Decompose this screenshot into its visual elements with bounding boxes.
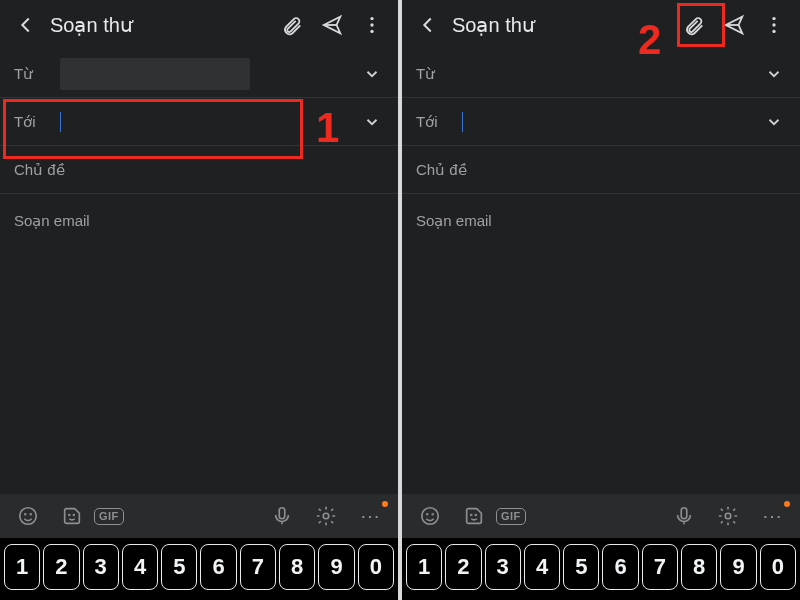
to-expand-icon[interactable] — [360, 110, 384, 134]
key-0[interactable]: 0 — [760, 544, 796, 590]
compose-title: Soạn thư — [46, 13, 272, 37]
key-2[interactable]: 2 — [445, 544, 481, 590]
svg-point-0 — [370, 17, 373, 20]
from-value — [60, 58, 360, 90]
from-expand-icon[interactable] — [762, 62, 786, 86]
svg-point-5 — [30, 514, 31, 515]
keyboard-number-row: 1 2 3 4 5 6 7 8 9 0 — [0, 538, 398, 600]
key-5[interactable]: 5 — [563, 544, 599, 590]
key-8[interactable]: 8 — [279, 544, 315, 590]
from-label: Từ — [14, 65, 60, 83]
key-3[interactable]: 3 — [485, 544, 521, 590]
svg-point-1 — [370, 23, 373, 26]
tutorial-image: Soạn thư Từ Tới Chủ — [0, 0, 800, 600]
emoji-icon[interactable] — [408, 498, 452, 534]
key-2[interactable]: 2 — [43, 544, 79, 590]
svg-point-10 — [772, 17, 775, 20]
key-8[interactable]: 8 — [681, 544, 717, 590]
to-row[interactable]: Tới — [0, 98, 398, 146]
to-expand-icon[interactable] — [762, 110, 786, 134]
keyboard-suggestion-bar: GIF ⋯ — [402, 494, 800, 538]
keyboard-more-icon[interactable]: ⋯ — [750, 498, 794, 534]
svg-point-16 — [471, 515, 472, 516]
notification-dot — [382, 501, 388, 507]
mic-icon[interactable] — [260, 498, 304, 534]
keyboard-more-icon[interactable]: ⋯ — [348, 498, 392, 534]
key-4[interactable]: 4 — [122, 544, 158, 590]
mic-icon[interactable] — [662, 498, 706, 534]
to-label: Tới — [416, 113, 462, 131]
back-icon[interactable] — [6, 5, 46, 45]
svg-point-14 — [427, 514, 428, 515]
text-caret — [462, 112, 463, 132]
body-input[interactable]: Soạn email — [402, 194, 800, 434]
key-4[interactable]: 4 — [524, 544, 560, 590]
from-redacted-chip — [60, 58, 250, 90]
overflow-menu-icon[interactable] — [754, 5, 794, 45]
text-caret — [60, 112, 61, 132]
keyboard-settings-icon[interactable] — [304, 498, 348, 534]
key-7[interactable]: 7 — [642, 544, 678, 590]
key-1[interactable]: 1 — [406, 544, 442, 590]
keyboard-number-row: 1 2 3 4 5 6 7 8 9 0 — [402, 538, 800, 600]
key-6[interactable]: 6 — [602, 544, 638, 590]
compose-topbar: Soạn thư — [402, 0, 800, 50]
gif-icon[interactable]: GIF — [94, 508, 124, 525]
overflow-menu-icon[interactable] — [352, 5, 392, 45]
key-3[interactable]: 3 — [83, 544, 119, 590]
send-icon[interactable] — [312, 5, 352, 45]
keyboard-settings-icon[interactable] — [706, 498, 750, 534]
phone-screen-step1: Soạn thư Từ Tới Chủ — [0, 0, 398, 600]
to-input[interactable] — [60, 111, 360, 131]
subject-row[interactable]: Chủ đề — [0, 146, 398, 194]
sticker-icon[interactable] — [452, 498, 496, 534]
svg-point-7 — [73, 515, 74, 516]
compose-title: Soạn thư — [448, 13, 674, 37]
svg-point-11 — [772, 23, 775, 26]
to-label: Tới — [14, 113, 60, 131]
svg-rect-18 — [681, 508, 687, 519]
compose-topbar: Soạn thư — [0, 0, 398, 50]
key-1[interactable]: 1 — [4, 544, 40, 590]
attach-icon[interactable] — [272, 5, 312, 45]
phone-screen-step2: Soạn thư Từ Tới Chủ — [402, 0, 800, 600]
svg-point-13 — [422, 508, 439, 525]
from-row[interactable]: Từ — [402, 50, 800, 98]
svg-point-9 — [323, 513, 329, 519]
svg-point-15 — [432, 514, 433, 515]
svg-point-19 — [725, 513, 731, 519]
subject-input[interactable]: Chủ đề — [14, 161, 384, 179]
key-6[interactable]: 6 — [200, 544, 236, 590]
subject-row[interactable]: Chủ đề — [402, 146, 800, 194]
svg-point-2 — [370, 30, 373, 33]
back-icon[interactable] — [408, 5, 448, 45]
key-5[interactable]: 5 — [161, 544, 197, 590]
to-row[interactable]: Tới — [402, 98, 800, 146]
attach-icon[interactable] — [674, 5, 714, 45]
svg-point-4 — [25, 514, 26, 515]
key-9[interactable]: 9 — [318, 544, 354, 590]
svg-point-12 — [772, 30, 775, 33]
svg-point-6 — [69, 515, 70, 516]
subject-input[interactable]: Chủ đề — [416, 161, 786, 179]
key-7[interactable]: 7 — [240, 544, 276, 590]
key-0[interactable]: 0 — [358, 544, 394, 590]
to-input[interactable] — [462, 111, 762, 131]
sticker-icon[interactable] — [50, 498, 94, 534]
emoji-icon[interactable] — [6, 498, 50, 534]
body-input[interactable]: Soạn email — [0, 194, 398, 434]
from-label: Từ — [416, 65, 462, 83]
svg-point-17 — [475, 515, 476, 516]
svg-point-3 — [20, 508, 37, 525]
from-row[interactable]: Từ — [0, 50, 398, 98]
keyboard-suggestion-bar: GIF ⋯ — [0, 494, 398, 538]
notification-dot — [784, 501, 790, 507]
gif-icon[interactable]: GIF — [496, 508, 526, 525]
send-icon[interactable] — [714, 5, 754, 45]
from-expand-icon[interactable] — [360, 62, 384, 86]
svg-rect-8 — [279, 508, 285, 519]
key-9[interactable]: 9 — [720, 544, 756, 590]
